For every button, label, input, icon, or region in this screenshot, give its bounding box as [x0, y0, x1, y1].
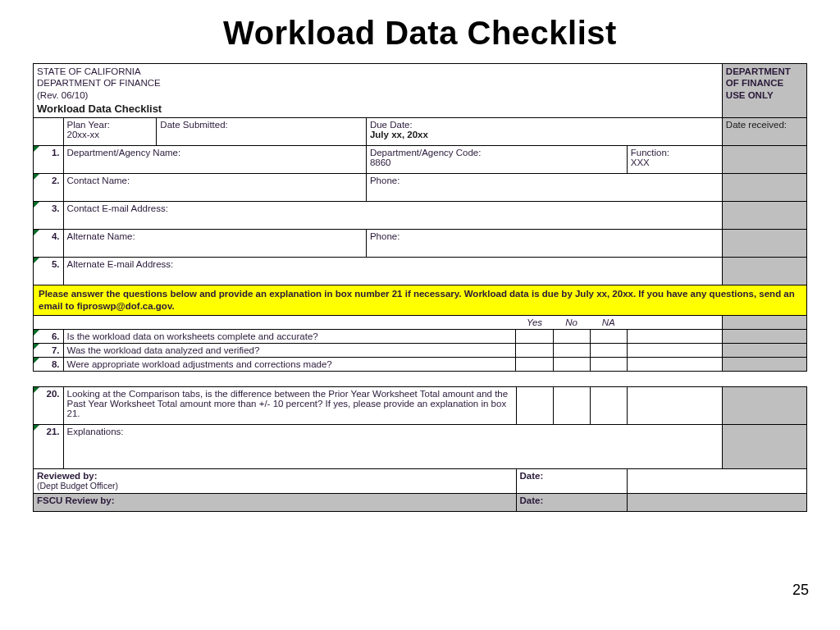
fscu-date-value: [627, 494, 806, 512]
grey-cell: [722, 174, 806, 202]
grey-cell: [722, 316, 806, 330]
blank-yn-lead: [34, 316, 516, 330]
use-only-box: DEPARTMENT OF FINANCE USE ONLY: [722, 64, 806, 118]
blank-cell: [627, 330, 722, 344]
blank-cell: [627, 358, 722, 372]
q8-yes[interactable]: [516, 358, 553, 372]
date-submitted-cell: Date Submitted:: [157, 118, 367, 146]
contact-name-cell: Contact Name:: [63, 174, 366, 202]
reviewed-date-value: [627, 469, 806, 494]
q20-na[interactable]: [590, 387, 627, 425]
reviewed-date-label: Date:: [516, 469, 627, 494]
grey-cell: [722, 425, 806, 469]
form-title: Workload Data Checklist: [37, 103, 719, 116]
q20-no[interactable]: [553, 387, 590, 425]
grey-cell: [722, 358, 806, 372]
grey-cell: [722, 202, 806, 230]
q20-text: Looking at the Comparison tabs, is the d…: [63, 387, 516, 425]
grey-cell: [722, 387, 806, 425]
checklist-table-top: STATE OF CALIFORNIA DEPARTMENT OF FINANC…: [33, 63, 807, 372]
grey-cell: [722, 344, 806, 358]
q7-na[interactable]: [590, 344, 627, 358]
form-container: STATE OF CALIFORNIA DEPARTMENT OF FINANC…: [33, 63, 807, 512]
q6-no[interactable]: [553, 330, 590, 344]
na-header: NA: [590, 316, 627, 330]
plan-year-cell: Plan Year: 20xx-xx: [63, 118, 157, 146]
blank-cell: [627, 344, 722, 358]
alt-email-cell: Alternate E-mail Address:: [63, 258, 722, 285]
q20-yes[interactable]: [516, 387, 553, 425]
dept-code-cell: Department/Agency Code: 8860: [366, 146, 627, 174]
grey-cell: [722, 146, 806, 174]
dept-line: DEPARTMENT OF FINANCE: [37, 77, 719, 89]
page-title: Workload Data Checklist: [0, 15, 840, 52]
form-header-left: STATE OF CALIFORNIA DEPARTMENT OF FINANC…: [34, 64, 723, 118]
fscu-review-cell: FSCU Review by:: [34, 494, 517, 512]
row-num-1: 1.: [34, 146, 64, 174]
grey-cell: [722, 258, 806, 285]
yes-header: Yes: [516, 316, 553, 330]
state-line: STATE OF CALIFORNIA: [37, 66, 719, 77]
row-num-21: 21.: [34, 425, 64, 469]
q8-no[interactable]: [553, 358, 590, 372]
q7-yes[interactable]: [516, 344, 553, 358]
contact-email-cell: Contact E-mail Address:: [63, 202, 722, 230]
function-cell: Function: XXX: [627, 146, 722, 174]
grey-cell: [722, 230, 806, 258]
row-num-5: 5.: [34, 258, 64, 285]
blank-cell: [34, 118, 64, 146]
reviewed-by-cell: Reviewed by: (Dept Budget Officer): [34, 469, 517, 494]
q6-yes[interactable]: [516, 330, 553, 344]
no-header: No: [553, 316, 590, 330]
row-num-7: 7.: [34, 344, 64, 358]
grey-cell: [722, 330, 806, 344]
instructions-banner: Please answer the questions below and pr…: [34, 285, 807, 316]
blank-cell: [627, 387, 722, 425]
alt-phone-cell: Phone:: [366, 230, 722, 258]
q8-na[interactable]: [590, 358, 627, 372]
row-num-20: 20.: [34, 387, 64, 425]
row-num-6: 6.: [34, 330, 64, 344]
rev-line: (Rev. 06/10): [37, 89, 719, 101]
q7-text: Was the workload data analyzed and verif…: [63, 344, 516, 358]
page-number: 25: [792, 582, 809, 599]
q7-no[interactable]: [553, 344, 590, 358]
date-received-cell: Date received:: [722, 118, 806, 146]
contact-phone-cell: Phone:: [366, 174, 722, 202]
q6-text: Is the workload data on worksheets compl…: [63, 330, 516, 344]
row-num-8: 8.: [34, 358, 64, 372]
row-num-3: 3.: [34, 202, 64, 230]
fscu-date-label: Date:: [516, 494, 627, 512]
row-num-2: 2.: [34, 174, 64, 202]
due-date-cell: Due Date: July xx, 20xx: [366, 118, 722, 146]
q21-text: Explanations:: [63, 425, 722, 469]
q8-text: Were appropriate workload adjustments an…: [63, 358, 516, 372]
q6-na[interactable]: [590, 330, 627, 344]
dept-name-cell: Department/Agency Name:: [63, 146, 366, 174]
alt-name-cell: Alternate Name:: [63, 230, 366, 258]
row-num-4: 4.: [34, 230, 64, 258]
checklist-table-bottom: 20. Looking at the Comparison tabs, is t…: [33, 386, 807, 512]
blank-cell: [627, 316, 722, 330]
